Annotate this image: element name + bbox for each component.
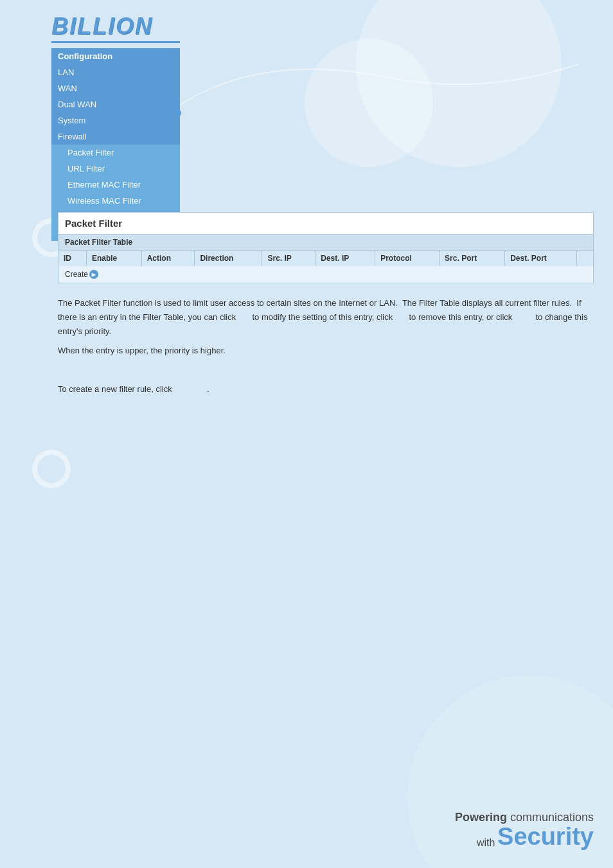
col-header-dest-ip: Dest. IP: [315, 251, 375, 266]
nav-item-wan[interactable]: WAN: [51, 80, 180, 96]
nav-item-dual-wan[interactable]: Dual WAN: [51, 96, 180, 112]
description-para-3: [58, 363, 594, 377]
packet-filter-box: Packet Filter Packet Filter Table ID Ena…: [58, 212, 594, 283]
col-header-actions: [577, 251, 593, 266]
bg-decoration-4: [32, 450, 71, 488]
create-row: Create►: [58, 266, 593, 283]
bg-decoration-2: [305, 39, 433, 167]
description-para-2: When the entry is upper, the priority is…: [58, 344, 594, 358]
brand-powering-label: Powering communications: [455, 811, 594, 824]
nav-item-lan[interactable]: LAN: [51, 64, 180, 80]
create-label: Create: [65, 270, 88, 279]
col-header-dest-port: Dest. Port: [505, 251, 577, 266]
description-para-4: To create a new filter rule, click .: [58, 382, 594, 396]
create-cell: Create►: [58, 266, 593, 283]
page-title: Packet Filter: [58, 213, 593, 235]
nav-item-packet-filter[interactable]: Packet Filter: [51, 145, 180, 161]
nav-item-system[interactable]: System: [51, 112, 180, 128]
description-block: The Packet Filter function is used to li…: [58, 296, 594, 397]
col-header-protocol: Protocol: [375, 251, 440, 266]
logo: BILLION: [51, 13, 180, 43]
brand-security-label: Security: [497, 823, 594, 850]
col-header-id: ID: [58, 251, 86, 266]
col-header-direction: Direction: [195, 251, 262, 266]
nav-item-configuration[interactable]: Configuration: [51, 48, 180, 64]
brand-with-label: with: [477, 837, 495, 848]
nav-item-ethernet-mac-filter[interactable]: Ethernet MAC Filter: [51, 177, 180, 193]
nav-item-url-filter[interactable]: URL Filter: [51, 161, 180, 177]
col-header-enable: Enable: [86, 251, 141, 266]
description-para-1: The Packet Filter function is used to li…: [58, 296, 594, 339]
nav-dot: [173, 109, 181, 117]
packet-filter-table: ID Enable Action Direction Src. IP Dest.…: [58, 251, 593, 283]
create-link[interactable]: Create►: [65, 270, 98, 279]
col-header-action: Action: [141, 251, 195, 266]
brand-powering-line: Powering communications: [455, 811, 594, 824]
table-subtitle: Packet Filter Table: [58, 235, 593, 251]
bg-decoration-1: [356, 0, 562, 167]
col-header-src-port: Src. Port: [440, 251, 505, 266]
main-content: Packet Filter Packet Filter Table ID Ena…: [51, 206, 600, 410]
bottom-branding: Powering communications with Security: [455, 811, 594, 849]
col-header-src-ip: Src. IP: [262, 251, 315, 266]
nav-item-firewall[interactable]: Firewall: [51, 128, 180, 145]
create-icon: ►: [89, 270, 98, 279]
table-header-row: ID Enable Action Direction Src. IP Dest.…: [58, 251, 593, 266]
logo-area: BILLION: [51, 13, 180, 43]
brand-security-line: with Security: [455, 824, 594, 849]
